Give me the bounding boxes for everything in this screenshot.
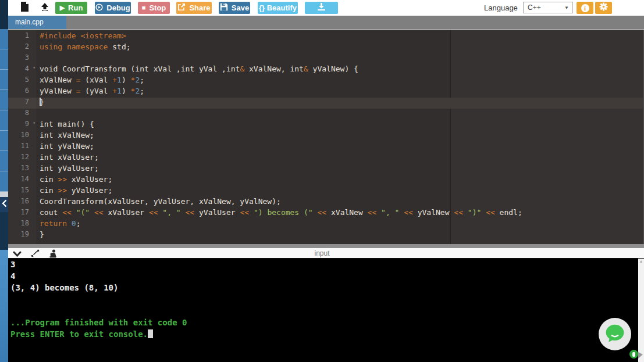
share-icon [177,3,186,13]
status-badge[interactable] [629,350,638,359]
code-line[interactable] [36,53,644,64]
toolbar-corner [0,0,8,29]
sidebar-segments[interactable] [0,29,8,192]
stop-button[interactable]: ■ Stop [138,2,170,14]
tab-main-cpp[interactable]: main.cpp [8,16,66,29]
code-line[interactable]: #include <iostream> [36,31,644,42]
console-header-bar: input [0,248,644,259]
chat-widget-button[interactable] [599,318,631,350]
stop-label: Stop [149,3,166,12]
code-line[interactable]: yValNew = (yVal +1) *2; [36,87,644,98]
fold-caret-icon[interactable]: ▾ [33,65,35,70]
gutter-line-number: 5 [8,76,36,87]
console-line [8,306,644,318]
online-ide-window: ▶ Run Debug ■ Stop Share Save {} B [0,0,644,362]
gutter-line-number: 11 [8,142,36,153]
beautify-label: {} Beautify [259,3,297,12]
console-header-title: input [0,249,644,257]
console-line [8,295,644,306]
sidebar-lower-segment[interactable]: ls [0,250,8,362]
gutter-line-number: 1 [8,31,36,42]
code-line[interactable] [36,109,644,120]
settings-button[interactable] [595,2,612,14]
console-line: 4 [8,271,644,283]
chevron-down-icon: ▼ [564,5,569,10]
collapsed-sidebar: ls [0,29,8,362]
chat-bubble-icon [604,322,626,346]
beautify-button[interactable]: {} Beautify [258,2,298,14]
gutter-line-number: 4▾ [8,64,36,76]
gutter-line-number: 15 [8,186,36,197]
download-icon [317,3,326,13]
badge-glyph [632,352,635,357]
language-value: C++ [528,3,541,12]
save-button[interactable]: Save [219,2,250,14]
code-line[interactable]: xValNew = (xVal +1) *2; [36,76,644,87]
console-cursor [148,329,153,338]
sidebar-collapse-toggle[interactable] [0,197,8,212]
code-line[interactable]: int xValUser; [36,153,644,164]
language-label: Language [484,3,518,12]
console-line: (3, 4) becomes (8, 10) [8,283,644,295]
scroll-up-icon[interactable]: ▲ [638,259,644,263]
debug-icon [95,3,103,13]
gutter-line-number: 17 [8,208,36,219]
gutter-line-number: 6 [8,87,36,98]
gutter-line-number: 9▾ [8,120,36,131]
code-line[interactable]: } [36,230,644,241]
chevron-left-icon [2,199,7,210]
upload-icon [40,2,49,14]
code-line[interactable]: int yValNew; [36,142,644,153]
code-line[interactable]: int yValUser; [36,164,644,175]
run-button[interactable]: ▶ Run [55,2,87,14]
gutter-line-number: 14 [8,175,36,186]
upload-button[interactable] [35,1,55,15]
new-file-icon [20,2,29,14]
code-editor[interactable]: 1234▾56789▾10111213141516171819 #include… [8,29,644,244]
download-button[interactable] [305,2,338,14]
play-icon: ▶ [60,5,65,11]
code-line[interactable]: cin >> yValUser; [36,186,644,197]
sidebar-divider [0,192,8,197]
editor-gutter: 1234▾56789▾10111213141516171819 [8,30,36,244]
code-line[interactable]: cout << "(" << xValUser << ", " << yValU… [36,208,644,219]
console-line: 3 [8,260,644,271]
console-line: ...Program finished with exit code 0 [8,318,644,329]
share-button[interactable]: Share [176,2,212,14]
language-select[interactable]: C++ ▼ [523,2,573,13]
code-line[interactable]: int main() { [36,120,644,131]
share-label: Share [189,3,210,12]
sidebar-dark-segment [0,212,8,250]
gutter-line-number: 8 [8,109,36,120]
gutter-line-number: 3 [8,53,36,64]
code-line[interactable]: void CoordTransform (int xVal ,int yVal … [36,64,644,76]
editor-bottom-divider[interactable] [8,244,644,248]
gutter-line-number: 19 [8,230,36,241]
gutter-line-number: 16 [8,197,36,208]
code-line[interactable]: CoordTransform(xValUser, yValUser, xValN… [36,197,644,208]
debug-button[interactable]: Debug [95,2,131,14]
code-line[interactable]: } [36,98,644,109]
gutter-line-number: 10 [8,131,36,142]
tab-bar: main.cpp [0,16,644,29]
gear-icon [599,2,608,13]
code-line[interactable]: cin >> xValUser; [36,175,644,186]
new-file-button[interactable] [15,1,34,15]
console-scrollbar[interactable]: ▲ [638,259,644,362]
run-label: Run [68,3,83,12]
code-line[interactable]: return 0; [36,219,644,230]
mouse-cursor [638,352,643,359]
gutter-line-number: 7 [8,98,36,109]
save-icon [220,3,228,13]
stop-icon: ■ [142,5,146,11]
console-output[interactable]: 34(3, 4) becomes (8, 10)...Program finis… [8,259,644,362]
code-line[interactable]: int xValNew; [36,131,644,142]
gutter-line-number: 13 [8,164,36,175]
console-line: Press ENTER to exit console. [8,329,644,341]
code-line[interactable]: using namespace std; [36,42,644,53]
editor-code[interactable]: #include <iostream>using namespace std;v… [36,30,644,244]
debug-label: Debug [106,3,130,12]
toolbar: ▶ Run Debug ■ Stop Share Save {} B [0,0,644,16]
fold-caret-icon[interactable]: ▾ [33,120,35,126]
info-button[interactable]: i [577,2,593,14]
